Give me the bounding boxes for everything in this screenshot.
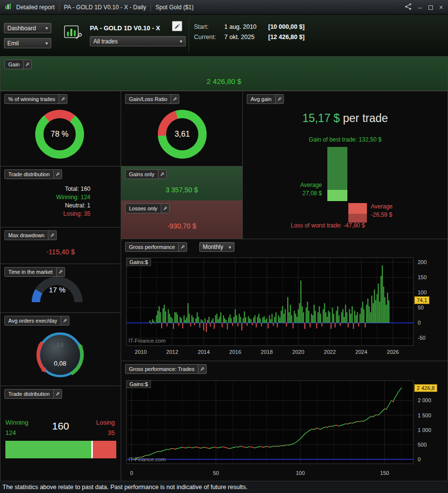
wrench-icon[interactable]	[171, 95, 179, 103]
avg-orders-title: Avg orders exec/day	[5, 316, 61, 325]
svg-text:200: 200	[418, 259, 427, 265]
winning-pct-value: 78 %	[51, 130, 68, 139]
trade-distribution-panel: Trade distribution Total: 160 Winning: 1…	[0, 166, 121, 227]
start-label: Start:	[194, 23, 224, 30]
titlebar-divider	[59, 3, 60, 11]
wrench-icon[interactable]	[48, 231, 56, 240]
svg-text:2012: 2012	[166, 349, 178, 355]
profile-select[interactable]: Emil ▾	[4, 38, 51, 48]
detailed-report-window: Detailed report PA - GOLD 1D V0.10 - X -…	[0, 0, 448, 493]
wrench-icon[interactable]	[53, 170, 62, 179]
trade-distribution-header: Trade distribution	[4, 169, 62, 179]
distribution-bar	[5, 441, 116, 458]
start-capital: [10 000,00 $]	[268, 23, 304, 30]
avg-gain-header: Avg gain	[247, 94, 284, 104]
svg-text:2 000: 2 000	[418, 397, 431, 403]
avg-gain-suffix: per trade	[340, 112, 388, 124]
svg-text:100: 100	[418, 289, 427, 295]
window-title: Detailed report	[16, 4, 55, 11]
wrench-icon[interactable]	[275, 95, 283, 103]
svg-text:2022: 2022	[324, 349, 336, 355]
gross-performance-monthly-chart[interactable]: 200150100500-502010201220142016201820202…	[121, 254, 448, 361]
wrench-icon[interactable]	[56, 267, 64, 276]
losing-segment	[93, 441, 116, 458]
gain-loss-ratio-title: Gain/Loss Ratio	[126, 95, 171, 103]
wrench-icon[interactable]	[59, 95, 67, 103]
losses-only-title: Losses only	[126, 204, 161, 213]
losses-only-header: Losses only	[125, 204, 170, 213]
start-date: 1 aug. 2010	[224, 23, 268, 30]
time-in-market-value: 17 %	[32, 286, 83, 294]
svg-text:0: 0	[418, 456, 421, 462]
share-icon[interactable]	[405, 3, 412, 12]
trade-distribution-bar-title: Trade distribution	[5, 390, 53, 398]
svg-text:IT-Finance.com: IT-Finance.com	[128, 338, 166, 344]
wrench-icon[interactable]	[61, 316, 69, 325]
svg-text:0: 0	[130, 470, 133, 476]
svg-text:IT-Finance.com: IT-Finance.com	[128, 456, 166, 462]
profile-select-value: Emil	[7, 40, 19, 47]
avg-gain-annotation: Average 27,08 $	[300, 181, 322, 198]
minimize-button[interactable]: –	[418, 4, 422, 11]
table-row: Losing: 35	[56, 210, 90, 218]
dashboard-select[interactable]: Dashboard ▾	[4, 23, 51, 33]
gain-panel-title: Gain	[5, 60, 23, 69]
close-button[interactable]: ×	[439, 4, 443, 11]
avg-loss-annotation-value: -26,59 $	[371, 211, 392, 219]
current-capital: [12 426,80 $]	[268, 34, 304, 41]
avg-gain-headline: 15,17 $ per trade	[243, 112, 448, 125]
wrench-icon[interactable]	[198, 365, 206, 373]
winning-pct-panel: % of winning trades 78 %	[0, 91, 121, 166]
wrench-icon[interactable]	[158, 170, 166, 179]
svg-text:2018: 2018	[261, 349, 273, 355]
trades-filter-select[interactable]: All trades ▾	[90, 36, 186, 46]
edit-icon[interactable]	[172, 21, 182, 31]
winning-segment	[5, 441, 91, 458]
svg-text:0: 0	[418, 320, 421, 326]
wrench-icon[interactable]	[161, 204, 169, 213]
strategy-name: PA - GOLD 1D V0.10 - X	[90, 24, 160, 32]
worst-trade-line: Loss of worst trade: -47,80 $	[243, 222, 413, 229]
gain-loss-ratio-header: Gain/Loss Ratio	[125, 94, 179, 104]
maximize-button[interactable]	[428, 4, 433, 11]
trades-filter-value: All trades	[93, 38, 118, 45]
equity-curve-chart[interactable]: 2 0001 5001 0005000050100150IT-Finance.c…	[121, 376, 448, 481]
svg-text:50: 50	[418, 305, 424, 310]
ratio-donut-chart: 3,61	[158, 110, 207, 159]
app-chart-icon	[5, 3, 12, 11]
gain-panel-header: Gain	[4, 60, 32, 69]
avg-orders-value: 0,08	[38, 360, 83, 367]
last-value-badge: 2 426,8	[414, 384, 437, 392]
chevron-down-icon: ▾	[45, 41, 48, 46]
report-settings-button[interactable]	[62, 23, 85, 45]
svg-text:2016: 2016	[229, 349, 241, 355]
series-label: Gains:$	[127, 380, 151, 388]
table-row: Neutral: 1	[56, 202, 90, 210]
svg-text:2020: 2020	[292, 349, 304, 355]
trade-distribution-bar-panel: Trade distribution Winning 124 160 Losin…	[0, 386, 121, 481]
max-drawdown-panel: Max drawdown -115,40 $	[0, 227, 121, 264]
table-row: Winning: 124	[56, 193, 90, 202]
gross-performance-title: Gross performance	[126, 243, 178, 251]
period-select-value: Monthly	[203, 244, 223, 250]
maximize-icon	[428, 5, 433, 10]
winning-pct-header: % of winning trades	[4, 94, 67, 104]
period-select[interactable]: Monthly ▾	[199, 242, 235, 252]
report-period-info: Start: 1 aug. 2010 [10 000,00 $] Current…	[194, 23, 304, 41]
trade-distribution-title: Trade distribution	[5, 170, 53, 179]
avg-gain-title: Avg gain	[247, 95, 275, 103]
avg-loss-segment	[348, 203, 367, 214]
wrench-icon[interactable]	[178, 243, 187, 251]
avg-gain-panel: Avg gain 15,17 $ per trade Gain of best …	[242, 91, 448, 239]
losing-count: 35	[96, 428, 115, 438]
svg-text:-50: -50	[418, 335, 426, 341]
losses-only-panel: Losses only -930,70 $	[121, 200, 243, 239]
wrench-icon[interactable]	[23, 60, 31, 69]
wrench-icon[interactable]	[53, 390, 62, 398]
toolbar-divider	[189, 19, 189, 53]
max-drawdown-value: -115,40 $	[0, 248, 121, 256]
current-label: Current:	[194, 34, 224, 41]
winning-donut-chart: 78 %	[35, 110, 84, 159]
time-in-market-header: Time in the market	[4, 267, 65, 277]
avg-orders-header: Avg orders exec/day	[4, 316, 69, 326]
